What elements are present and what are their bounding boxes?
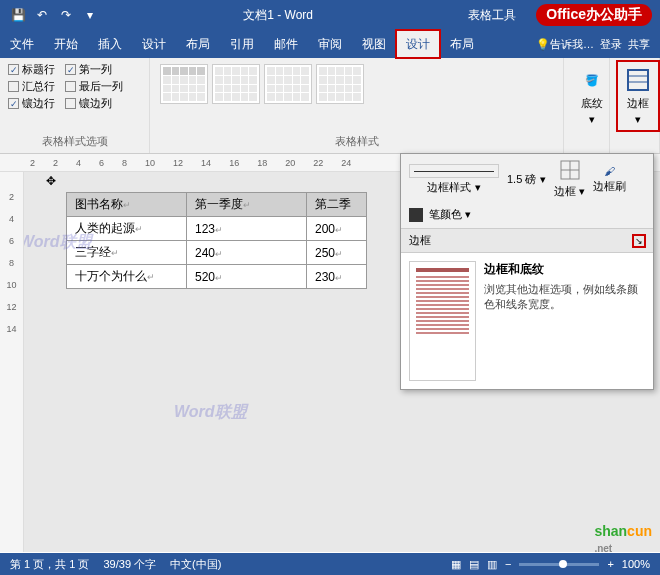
zoom-in-icon[interactable]: + [607,558,613,570]
tab-layout[interactable]: 布局 [176,30,220,58]
chk-banded-col[interactable]: 镶边列 [65,96,112,111]
border-weight-select[interactable]: 1.5 磅▾ [507,172,546,187]
shading-button[interactable]: 🪣 底纹▾ [572,62,612,130]
chk-last-col[interactable]: 最后一列 [65,79,123,94]
view-print-icon[interactable]: ▤ [469,558,479,571]
zoom-level[interactable]: 100% [622,558,650,570]
border-apply-button[interactable]: 边框 ▾ [554,160,585,199]
tab-insert[interactable]: 插入 [88,30,132,58]
tab-view[interactable]: 视图 [352,30,396,58]
table-tools-label: 表格工具 [448,7,536,24]
document-table[interactable]: 图书名称↵ 第一季度↵ 第二季 人类的起源↵123↵200↵ 三字经↵240↵2… [66,192,367,289]
tab-design[interactable]: 设计 [132,30,176,58]
dialog-launcher-icon[interactable]: ↘ [633,235,645,247]
tab-home[interactable]: 开始 [44,30,88,58]
undo-icon[interactable]: ↶ [32,5,52,25]
border-painter-button[interactable]: 🖌 边框刷 [593,165,626,194]
chk-header-row[interactable]: ✓标题行 [8,62,55,77]
window-title: 文档1 - Word [108,7,448,24]
qat-dropdown-icon[interactable]: ▾ [80,5,100,25]
status-page[interactable]: 第 1 页，共 1 页 [10,557,89,572]
border-grid-icon [560,160,580,182]
status-words[interactable]: 39/39 个字 [103,557,156,572]
table-anchor-icon[interactable]: ✥ [46,174,56,188]
tooltip: 边框和底纹 浏览其他边框选项，例如线条颜色和线条宽度。 [401,253,653,389]
borders-dropdown-panel: 边框样式 ▾ 1.5 磅▾ 边框 ▾ 🖌 边框刷 笔颜色 ▾ 边框 ↘ 边框和底… [400,153,654,390]
brush-icon: 🖌 [604,165,615,177]
group-label-options: 表格样式选项 [8,134,141,149]
save-icon[interactable]: 💾 [8,5,28,25]
tab-table-layout[interactable]: 布局 [440,30,484,58]
redo-icon[interactable]: ↷ [56,5,76,25]
chk-total-row[interactable]: 汇总行 [8,79,55,94]
vertical-ruler[interactable]: 2468101214 [0,172,24,552]
brand-badge: Office办公助手 [536,4,652,26]
paint-bucket-icon: 🪣 [578,66,606,94]
zoom-out-icon[interactable]: − [505,558,511,570]
section-label: 边框 [409,233,431,248]
zoom-slider[interactable] [519,563,599,566]
chk-banded-row[interactable]: ✓镶边行 [8,96,55,111]
view-read-icon[interactable]: ▦ [451,558,461,571]
share-button[interactable]: 共享 [628,37,650,52]
chk-first-col[interactable]: ✓第一列 [65,62,112,77]
pen-color-swatch-icon [409,208,423,222]
borders-button[interactable]: 边框▾ [618,62,658,130]
status-lang[interactable]: 中文(中国) [170,557,221,572]
tooltip-text: 浏览其他边框选项，例如线条颜色和线条宽度。 [484,282,645,313]
tab-review[interactable]: 审阅 [308,30,352,58]
tell-me[interactable]: 💡告诉我… [536,37,594,52]
svg-rect-0 [628,70,648,90]
table-styles-gallery[interactable] [158,62,555,106]
pen-color-button[interactable]: 笔颜色 ▾ [429,207,471,222]
signin-button[interactable]: 登录 [600,37,622,52]
tab-table-design[interactable]: 设计 [396,30,440,58]
line-style-preview-icon [409,164,499,178]
borders-icon [624,66,652,94]
view-web-icon[interactable]: ▥ [487,558,497,571]
tab-mailings[interactable]: 邮件 [264,30,308,58]
tab-file[interactable]: 文件 [0,30,44,58]
status-bar: 第 1 页，共 1 页 39/39 个字 中文(中国) ▦ ▤ ▥ − + 10… [0,553,660,575]
watermark-shancun: shancun .net [594,523,652,555]
border-style-button[interactable]: 边框样式 ▾ [409,164,499,195]
group-label-styles: 表格样式 [158,134,555,149]
document-preview-icon [409,261,476,381]
tab-references[interactable]: 引用 [220,30,264,58]
tooltip-title: 边框和底纹 [484,261,645,278]
